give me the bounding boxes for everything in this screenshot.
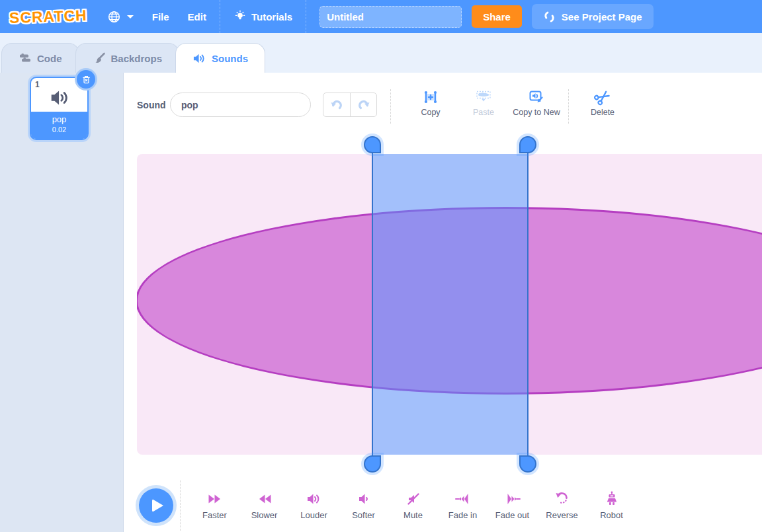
menu-item-edit[interactable]: Edit [179,0,216,33]
menu-divider [220,0,220,33]
selection-handle-bottom-left[interactable] [364,455,381,473]
scissors-icon [594,89,611,106]
effect-robot[interactable]: Robot [587,480,636,531]
sound-list-sidebar: 1 pop 0.02 [0,73,124,532]
sound-editor: Sound [124,73,762,532]
undo-button[interactable] [323,93,350,116]
redo-button[interactable] [350,93,376,116]
lightbulb-icon [233,10,247,23]
copy-selection-icon [422,89,439,106]
effect-slower[interactable]: Slower [239,480,289,531]
project-title-input[interactable] [319,6,462,28]
sound-name-label: Sound [137,100,166,110]
speaker-icon [31,83,87,112]
copy-to-new-button[interactable]: Copy to New [507,89,566,128]
undo-icon [329,98,344,112]
effect-mute[interactable]: Mute [388,480,438,531]
sound-duration: 0.02 [31,126,87,133]
menu-divider [306,0,306,33]
selection-handle-top-right[interactable] [519,136,536,153]
reverse-arrow-icon [554,491,570,507]
speaker-icon [192,52,206,65]
menu-item-file[interactable]: File [143,0,179,33]
toolbar-divider [568,89,569,124]
effects-row: Faster Slower Louder [190,480,636,531]
code-blocks-icon [19,52,32,65]
paste-button[interactable]: Paste [454,89,513,128]
speaker-loud-icon [306,491,322,507]
robot-icon [604,491,620,507]
waveform-canvas[interactable] [137,154,762,455]
trash-icon [81,75,91,85]
waveform-selection[interactable] [372,154,528,455]
undo-redo-group [323,93,377,117]
tab-strip: Code Backdrops Sounds [0,33,762,73]
see-project-page-button[interactable]: See Project Page [532,4,654,29]
speaker-mute-icon [405,491,421,507]
rewind-icon [257,491,273,507]
scratch-logo[interactable]: SCRATCH [9,6,88,26]
play-button[interactable] [136,485,177,526]
effect-faster[interactable]: Faster [190,480,239,531]
sound-name-input[interactable] [170,93,311,117]
effects-divider [180,480,181,531]
effect-fade-in[interactable]: Fade in [438,480,487,531]
selection-left-edge[interactable] [372,145,373,464]
menu-item-tutorials[interactable]: Tutorials [224,0,302,33]
play-icon [139,488,173,523]
fast-forward-icon [207,491,223,507]
language-selector[interactable] [98,0,143,33]
see-inside-icon [543,11,556,23]
sound-tile-footer: pop 0.02 [31,112,87,139]
menu-bar: SCRATCH File Edit [0,0,762,33]
workspace: 1 pop 0.02 [0,73,762,532]
sound-tile-pop[interactable]: 1 pop 0.02 [30,77,89,140]
effect-softer[interactable]: Softer [339,480,388,531]
effect-reverse[interactable]: Reverse [537,480,587,531]
tab-backdrops[interactable]: Backdrops [75,43,180,73]
speaker-soft-icon [356,491,372,507]
copy-button[interactable]: Copy [401,89,460,128]
effect-louder[interactable]: Louder [289,480,339,531]
share-button[interactable]: Share [472,5,522,28]
chevron-down-icon [127,15,134,19]
tab-sounds[interactable]: Sounds [175,43,265,73]
fade-in-icon [455,491,471,507]
selection-handle-top-left[interactable] [364,136,381,153]
paste-icon [475,89,492,106]
effect-fade-out[interactable]: Fade out [487,480,537,531]
toolbar-divider [390,89,391,124]
fade-out-icon [505,491,521,507]
paintbrush-icon [93,52,106,65]
globe-icon [107,10,121,24]
selection-right-edge[interactable] [527,145,529,464]
delete-button[interactable]: Delete [576,89,629,128]
redo-icon [357,98,371,112]
delete-sound-button[interactable] [77,70,95,89]
tab-code[interactable]: Code [1,43,79,73]
sound-name: pop [31,114,87,124]
copy-to-new-icon [528,89,545,106]
selection-handle-bottom-right[interactable] [519,455,536,473]
